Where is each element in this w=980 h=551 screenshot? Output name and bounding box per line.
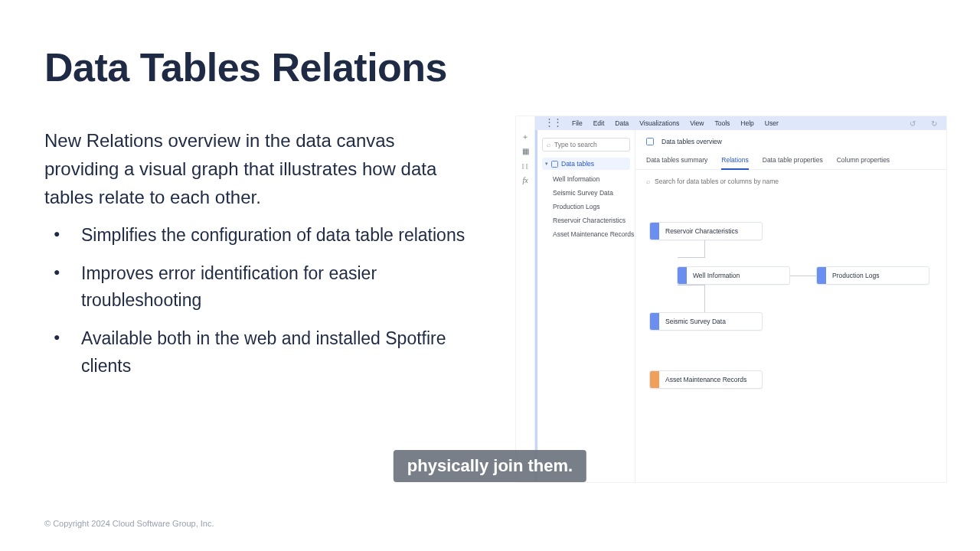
bullet-item: Improves error identification for easier… <box>54 260 482 315</box>
panel-search[interactable]: ⌕ <box>646 178 936 185</box>
redo-icon[interactable]: ↻ <box>931 119 937 128</box>
menubar: ⋮⋮ File Edit Data Visualizations View To… <box>535 116 946 130</box>
sidebar-item-seismic[interactable]: Seismic Survey Data <box>542 186 630 200</box>
chip-icon <box>678 267 687 284</box>
sidebar-item-production[interactable]: Production Logs <box>542 200 630 214</box>
menu-file[interactable]: File <box>572 119 583 127</box>
tabs: Data tables summary Relations Data table… <box>635 148 946 170</box>
content-panel: Data tables overview Data tables summary… <box>635 130 946 482</box>
bullet-item: Simplifies the configuration of data tab… <box>54 222 482 249</box>
sidebar-item-well[interactable]: Well Information <box>542 172 630 186</box>
edge <box>704 239 705 257</box>
slide-title: Data Tables Relations <box>44 44 447 90</box>
edge <box>678 285 705 285</box>
node-reservoir[interactable]: Reservoir Characteristics <box>649 222 763 240</box>
tab-relations[interactable]: Relations <box>721 156 748 170</box>
tab-table-properties[interactable]: Data table properties <box>763 156 823 169</box>
sidebar-item-reservoir[interactable]: Reservoir Characteristics <box>542 214 630 227</box>
panel-search-input[interactable] <box>655 178 936 185</box>
edge <box>704 285 705 312</box>
node-well[interactable]: Well Information <box>677 266 790 285</box>
menu-edit[interactable]: Edit <box>593 119 605 127</box>
panel-title: Data tables overview <box>662 138 722 145</box>
bullet-item: Available both in the web and installed … <box>54 325 482 380</box>
sidebar-search-input[interactable] <box>554 141 626 148</box>
app-window: ＋ ▦ ⫿⫿ fx ⋮⋮ File Edit Data Visualizatio… <box>516 116 946 482</box>
sidebar: ⌕ ▾ Data tables Well Information Seismic… <box>537 130 635 482</box>
fx-icon[interactable]: fx <box>516 177 534 184</box>
menu-view[interactable]: View <box>690 119 704 127</box>
chart-icon[interactable]: ⫿⫿ <box>516 162 534 170</box>
chip-icon <box>817 267 826 284</box>
tree-root-label: Data tables <box>561 160 594 168</box>
data-tables-icon <box>551 161 558 168</box>
chip-icon <box>650 371 659 388</box>
search-icon: ⌕ <box>547 141 550 148</box>
node-label: Reservoir Characteristics <box>665 227 747 235</box>
node-asset[interactable]: Asset Maintenance Records <box>649 370 763 389</box>
edge <box>678 257 705 258</box>
sidebar-search[interactable]: ⌕ <box>542 138 630 152</box>
plus-icon[interactable]: ＋ <box>516 133 534 141</box>
menu-help[interactable]: Help <box>740 119 753 127</box>
node-production[interactable]: Production Logs <box>816 266 929 285</box>
copyright-footer: © Copyright 2024 Cloud Software Group, I… <box>44 519 214 528</box>
left-rail: ＋ ▦ ⫿⫿ fx <box>516 116 535 482</box>
relations-canvas[interactable]: Reservoir Characteristics Well Informati… <box>635 201 946 482</box>
edge <box>789 276 816 276</box>
tree-root[interactable]: ▾ Data tables <box>542 158 630 170</box>
search-icon: ⌕ <box>646 178 650 185</box>
undo-icon[interactable]: ↺ <box>910 119 916 128</box>
node-label: Asset Maintenance Records <box>665 376 756 383</box>
node-label: Seismic Survey Data <box>665 318 735 325</box>
node-label: Production Logs <box>832 272 888 279</box>
overview-icon <box>646 138 654 145</box>
tab-column-properties[interactable]: Column properties <box>837 156 890 169</box>
slide-intro: New Relations overview in the data canva… <box>44 126 458 212</box>
node-label: Well Information <box>693 272 749 279</box>
bullet-list: Simplifies the configuration of data tab… <box>54 222 482 390</box>
node-seismic[interactable]: Seismic Survey Data <box>649 312 763 331</box>
tab-summary[interactable]: Data tables summary <box>646 156 707 169</box>
menu-tools[interactable]: Tools <box>714 119 730 127</box>
menu-visualizations[interactable]: Visualizations <box>639 119 679 127</box>
video-caption: physically join them. <box>394 450 586 482</box>
table-icon[interactable]: ▦ <box>516 148 534 155</box>
chip-icon <box>650 313 659 330</box>
grip-icon[interactable]: ⋮⋮ <box>544 121 561 124</box>
menu-user[interactable]: User <box>765 119 779 127</box>
chevron-down-icon: ▾ <box>545 161 548 167</box>
menu-data[interactable]: Data <box>615 119 629 127</box>
chip-icon <box>650 223 659 240</box>
sidebar-item-asset[interactable]: Asset Maintenance Records <box>542 227 630 241</box>
